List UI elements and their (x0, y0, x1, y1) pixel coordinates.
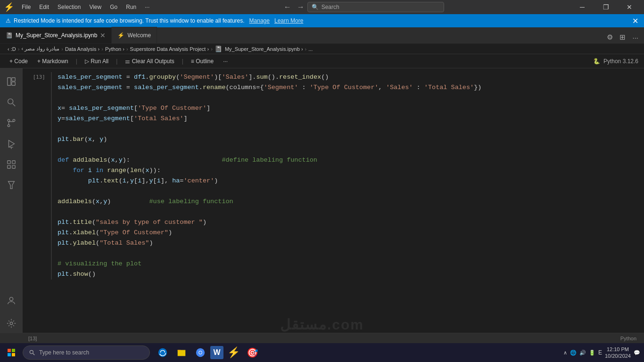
notebook-toolbar: + Code + Markdown | ▷ Run All | ⚌ Clear … (0, 54, 644, 68)
svg-rect-17 (12, 353, 15, 356)
learn-more-link[interactable]: Learn More (274, 17, 303, 24)
taskbar-vscode-icon[interactable]: ⚡ (224, 344, 242, 362)
clock[interactable]: 12:10 PM 10/20/2024 (605, 346, 631, 359)
warning-close-button[interactable]: ✕ (632, 16, 638, 25)
activity-testing[interactable] (2, 176, 21, 195)
breadcrumb-part-2[interactable]: Data Analysis › (65, 46, 99, 52)
notebook-tab-icon: 📓 (6, 32, 13, 39)
main-layout: [13] sales_per_segment = df1.groupby('Se… (0, 68, 644, 333)
manage-link[interactable]: Manage (249, 17, 270, 24)
chevron-up-icon[interactable]: ∧ (563, 350, 567, 356)
activity-extensions[interactable] (2, 155, 21, 174)
breadcrumb-part-0[interactable]: D: › (8, 46, 16, 52)
welcome-tab-icon: ⚡ (117, 32, 124, 39)
code-editor-area[interactable]: [13] sales_per_segment = df1.groupby('Se… (23, 68, 644, 333)
breadcrumb-part-1[interactable]: مبادرة رواد مصر › (21, 46, 59, 52)
menu-more[interactable]: ··· (141, 3, 153, 11)
vscode-logo-icon: ⚡ (4, 2, 14, 12)
taskbar-word-icon[interactable]: W (210, 346, 223, 359)
taskbar-search[interactable]: Type here to search (23, 346, 150, 360)
add-markdown-button[interactable]: + Markdown (33, 57, 72, 66)
toolbar-separator-1: | (76, 58, 77, 65)
settings-icon[interactable]: ⚙ (605, 31, 615, 43)
battery-icon[interactable]: 🔋 (589, 350, 595, 356)
toolbar-separator-2: | (116, 58, 117, 65)
breadcrumb-part-3[interactable]: Python › (105, 46, 124, 52)
cell-number-bottom: [13] (28, 336, 37, 341)
svg-rect-11 (12, 165, 15, 168)
code-content[interactable]: sales_per_segment = df1.groupby('Segment… (51, 72, 644, 280)
restore-button[interactable]: ❐ (595, 0, 617, 14)
menu-go[interactable]: Go (106, 3, 121, 11)
menu-run[interactable]: Run (122, 3, 140, 11)
svg-point-23 (199, 351, 202, 354)
warning-icon: ⚠ (6, 17, 11, 24)
svg-point-3 (8, 99, 13, 104)
breadcrumb-part-6[interactable]: ... (308, 46, 313, 52)
tab-notebook[interactable]: 📓 My_Super_Store_Analysis.ipynb ✕ (0, 27, 112, 43)
code-pre: sales_per_segment = df1.groupby('Segment… (58, 72, 638, 280)
nav-back-button[interactable]: ← (281, 3, 294, 11)
notebook-tab-close-button[interactable]: ✕ (100, 32, 106, 39)
menu-file[interactable]: File (18, 3, 34, 11)
breadcrumb-sep-4: › (211, 46, 213, 52)
svg-point-5 (8, 124, 10, 127)
breadcrumb-part-5[interactable]: 📓 My_Super_Store_Analysis.ipynb › (215, 45, 303, 52)
global-search-bar[interactable]: 🔍 Search (307, 2, 444, 12)
system-tray: ∧ 🌐 🔊 🔋 E (563, 349, 602, 356)
outline-button[interactable]: ≡ Outline (187, 57, 217, 66)
python-version-label[interactable]: 🐍 Python 3.12.6 (593, 58, 638, 65)
cell-gutter: [13] (23, 72, 51, 280)
taskbar-chrome-icon[interactable] (191, 344, 209, 362)
activity-explorer[interactable] (2, 72, 21, 91)
menu-view[interactable]: View (85, 3, 105, 11)
search-icon: 🔍 (312, 4, 319, 10)
cell-number: [13] (33, 74, 46, 80)
activity-settings[interactable] (2, 314, 21, 333)
run-all-button[interactable]: ▷ Run All (81, 57, 112, 66)
taskbar-search-placeholder: Type here to search (39, 349, 89, 356)
taskbar-app6-icon[interactable]: 🎯 (243, 344, 261, 362)
toolbar-separator-3: | (182, 58, 183, 65)
notification-icon[interactable]: 💬 (634, 350, 640, 356)
tab-welcome[interactable]: ⚡ Welcome (112, 27, 157, 43)
activity-search[interactable] (2, 93, 21, 112)
activity-source-control[interactable] (2, 114, 21, 132)
taskbar-pinned-apps: W ⚡ 🎯 (154, 344, 261, 362)
svg-rect-8 (8, 161, 10, 164)
more-actions-icon[interactable]: ··· (630, 32, 640, 43)
svg-rect-1 (12, 78, 15, 81)
tab-bar-actions: ⚙ ⊞ ··· (605, 31, 644, 43)
add-code-button[interactable]: + Code (6, 57, 32, 66)
breadcrumb-part-4[interactable]: Superstore Data Analysis Project › (130, 46, 209, 52)
close-button[interactable]: ✕ (619, 0, 640, 14)
warning-text: Restricted Mode is intended for safe cod… (14, 17, 245, 24)
date-display: 10/20/2024 (605, 353, 631, 359)
speaker-icon[interactable]: 🔊 (579, 350, 586, 356)
svg-rect-0 (8, 78, 11, 86)
menu-edit[interactable]: Edit (35, 3, 53, 11)
breadcrumb-sep-0: › (18, 46, 20, 52)
more-toolbar-button[interactable]: ··· (219, 57, 231, 66)
breadcrumb-sep-5: › (305, 46, 307, 52)
search-placeholder-text: Search (322, 4, 339, 10)
split-editor-icon[interactable]: ⊞ (618, 31, 627, 43)
network-icon[interactable]: 🌐 (570, 350, 577, 356)
title-bar-controls: ─ ❐ ✕ (571, 0, 640, 14)
taskbar-edge-icon[interactable] (154, 344, 172, 362)
minimize-button[interactable]: ─ (571, 0, 593, 14)
menu-selection[interactable]: Selection (54, 3, 84, 11)
activity-run-debug[interactable] (2, 134, 21, 153)
activity-bar (0, 68, 23, 333)
breadcrumb-sep-2: › (101, 46, 103, 52)
start-button[interactable] (2, 344, 21, 362)
svg-point-13 (10, 322, 13, 325)
breadcrumb-sep-3: › (126, 46, 128, 52)
nav-forward-button[interactable]: → (294, 3, 307, 11)
tab-bar: 📓 My_Super_Store_Analysis.ipynb ✕ ⚡ Welc… (0, 27, 644, 44)
taskbar-explorer-icon[interactable] (173, 344, 190, 362)
language-label[interactable]: Python (620, 336, 636, 341)
clear-all-outputs-button[interactable]: ⚌ Clear All Outputs (121, 57, 178, 66)
svg-point-18 (30, 350, 33, 354)
activity-account[interactable] (2, 291, 21, 310)
